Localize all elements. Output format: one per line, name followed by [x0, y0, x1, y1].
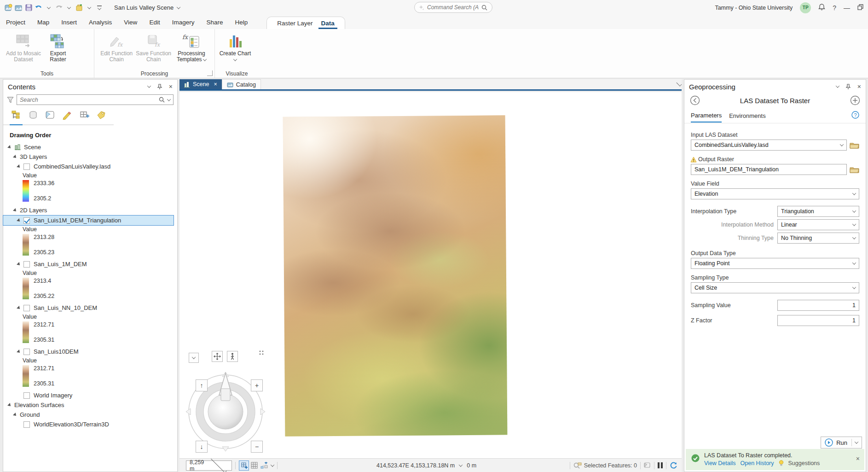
tab-map[interactable]: Map — [31, 17, 55, 29]
tab-help[interactable]: Help — [229, 17, 254, 29]
value-field-combo[interactable]: Elevation — [691, 188, 859, 199]
create-chart-button[interactable]: Create Chart — [219, 32, 252, 63]
thinning-type-combo[interactable]: No Thinning — [777, 233, 859, 244]
minimize-icon[interactable]: — — [844, 4, 850, 12]
tab-environments[interactable]: Environments — [729, 112, 765, 122]
redo-icon[interactable] — [54, 2, 64, 13]
zoom-to-selection-icon[interactable] — [573, 462, 582, 469]
run-button[interactable]: Run — [821, 437, 862, 449]
export-raster-button[interactable]: Export Raster — [43, 32, 73, 63]
tab-edit[interactable]: Edit — [143, 17, 166, 29]
grid-icon[interactable] — [249, 460, 259, 471]
tree-item-world-elevation[interactable]: WorldElevation3D/Terrain3D — [3, 420, 177, 429]
run-dropdown-icon[interactable] — [855, 440, 858, 443]
tree-item-elevation-surfaces[interactable]: Elevation Surfaces — [3, 400, 177, 410]
coordinate-readout[interactable]: 414,523.47E 4,153,178.18N m 0 m — [376, 462, 476, 469]
expander-icon[interactable] — [17, 262, 21, 267]
z-factor-input[interactable] — [777, 315, 859, 326]
processing-templates-button[interactable]: fx Processing Templates — [172, 32, 211, 63]
output-raster-value[interactable] — [694, 166, 843, 173]
expander-icon[interactable] — [13, 208, 17, 213]
layer-checkbox[interactable] — [23, 349, 30, 355]
scene-view-tab[interactable]: Scene × — [179, 79, 222, 89]
interpolation-type-combo[interactable]: Triangulation — [777, 206, 859, 217]
list-by-snapping-tab[interactable] — [78, 110, 91, 124]
tab-share[interactable]: Share — [200, 17, 229, 29]
processing-dialog-launcher-icon[interactable] — [207, 70, 213, 76]
contents-collapse-icon[interactable] — [147, 84, 151, 87]
tab-insert[interactable]: Insert — [55, 17, 83, 29]
processing-templates-dropdown-icon[interactable] — [203, 57, 207, 61]
tree-item-10dem[interactable]: San_Luis10DEM — [3, 347, 177, 356]
expander-icon[interactable] — [13, 413, 17, 417]
z-factor-value[interactable] — [781, 317, 856, 324]
back-icon[interactable] — [690, 95, 700, 105]
layer-checkbox[interactable] — [23, 261, 30, 268]
scene-viewport[interactable]: ↑ + ↓ − — [179, 92, 682, 458]
expander-icon[interactable] — [7, 403, 12, 408]
tree-item-scene[interactable]: Scene — [3, 142, 177, 152]
suggestions-link[interactable]: Suggestions — [788, 460, 820, 466]
selected-features-count[interactable]: Selected Features: 0 — [584, 462, 637, 469]
list-by-data-source-tab[interactable] — [27, 110, 40, 124]
navigator-collapse-icon[interactable] — [189, 353, 199, 363]
snapping-icon[interactable] — [259, 460, 269, 471]
layer-checkbox[interactable] — [23, 421, 30, 428]
signed-in-user[interactable]: Tammy - Ohio State University — [715, 5, 793, 11]
add-item-icon[interactable] — [75, 2, 84, 13]
tab-raster-layer[interactable]: Raster Layer — [274, 19, 315, 29]
sampling-type-combo[interactable]: Cell Size — [691, 282, 859, 293]
add-to-project-icon[interactable] — [850, 95, 860, 105]
notification-close-icon[interactable]: × — [856, 452, 860, 462]
scale-combo[interactable]: 8,259 m — [186, 460, 232, 471]
navigator-drag-handle-icon[interactable] — [259, 350, 264, 355]
sampling-value[interactable] — [781, 302, 856, 309]
refresh-icon[interactable] — [670, 462, 677, 469]
expander-icon[interactable] — [7, 145, 12, 150]
navigator-walk-icon[interactable] — [227, 351, 238, 362]
layer-checkbox[interactable] — [23, 163, 30, 170]
geoprocessing-close-icon[interactable]: × — [857, 83, 861, 90]
help-icon[interactable]: ? — [833, 4, 836, 12]
expander-icon[interactable] — [17, 218, 21, 223]
tool-help-icon[interactable]: ? — [851, 111, 859, 123]
selection-constraint-icon[interactable] — [644, 462, 651, 468]
layer-checkbox[interactable] — [23, 305, 30, 311]
geoprocessing-collapse-icon[interactable] — [836, 84, 839, 87]
view-details-link[interactable]: View Details — [704, 460, 736, 466]
scene-tab-close-icon[interactable]: × — [214, 81, 217, 87]
navigator-zoom-in-icon[interactable]: + — [251, 379, 263, 391]
output-data-type-combo[interactable]: Floating Point — [691, 258, 859, 269]
create-chart-dropdown-icon[interactable] — [233, 57, 237, 61]
sampling-value-input[interactable] — [777, 300, 859, 311]
list-by-selection-tab[interactable] — [44, 110, 57, 124]
pin-icon[interactable] — [845, 84, 851, 90]
notifications-bell-icon[interactable] — [818, 3, 825, 12]
customize-qat-icon[interactable] — [95, 2, 104, 13]
title-dropdown-icon[interactable] — [177, 5, 180, 9]
output-raster-input[interactable] — [691, 164, 847, 175]
layer-checkbox[interactable] — [23, 217, 30, 224]
add-to-mosaic-dataset-button[interactable]: Add to Mosaic Dataset — [4, 32, 43, 63]
navigator-up-icon[interactable]: ↑ — [196, 379, 208, 391]
list-by-labeling-tab[interactable] — [95, 110, 108, 124]
tree-item-ground[interactable]: Ground — [3, 410, 177, 420]
tab-parameters[interactable]: Parameters — [691, 112, 722, 122]
contents-search-box[interactable] — [17, 94, 174, 105]
navigator-down-icon[interactable]: ↓ — [196, 441, 208, 453]
open-project-icon[interactable] — [14, 2, 23, 13]
save-project-icon[interactable] — [24, 2, 33, 13]
search-options-chevron-icon[interactable] — [167, 97, 171, 101]
input-las-combo[interactable]: CombinedSanLuisValley.lasd — [691, 140, 847, 151]
filter-icon[interactable] — [7, 97, 14, 103]
list-by-editing-tab[interactable] — [61, 110, 74, 124]
tree-item-world-imagery[interactable]: World Imagery — [3, 390, 177, 400]
tree-item-3d-layers[interactable]: 3D Layers — [3, 152, 177, 162]
tree-item-triangulation[interactable]: San_Luis1M_DEM_Triangulation — [3, 216, 174, 225]
tree-item-lasd[interactable]: CombinedSanLuisValley.lasd — [3, 162, 177, 171]
tree-item-1m-dem[interactable]: San_Luis_1M_DEM — [3, 259, 177, 269]
contents-close-icon[interactable]: × — [169, 83, 173, 90]
navigator-pan-icon[interactable] — [212, 351, 223, 362]
layer-checkbox[interactable] — [23, 392, 30, 399]
navigator-zoom-out-icon[interactable]: − — [251, 441, 263, 453]
